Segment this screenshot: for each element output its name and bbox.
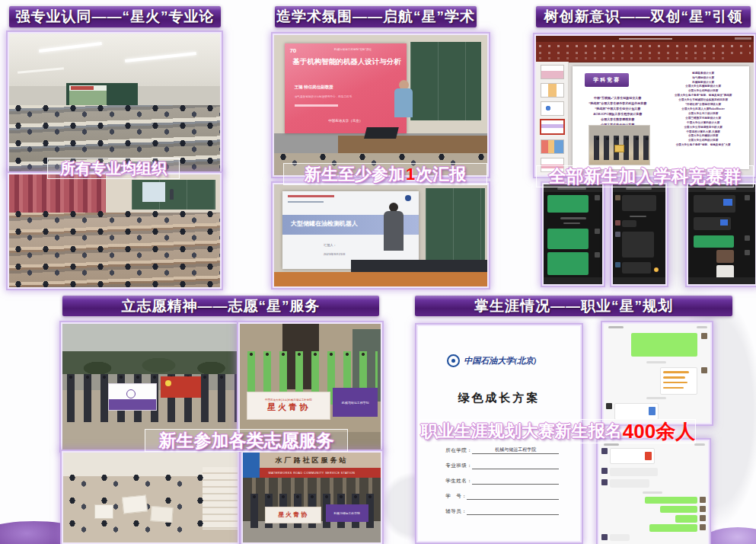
section-header-major-label: 强专业认同——“星火”专业论 [16, 7, 215, 27]
green-message-bubble [660, 506, 697, 513]
avatar [700, 497, 706, 503]
slide-thumbnail-selected [541, 120, 564, 134]
link-card [723, 199, 732, 206]
purple-banner-text: 机械与储运工程学院 [342, 401, 369, 405]
seating-area [9, 213, 220, 287]
file-message-card [614, 403, 659, 420]
center-name-line [288, 201, 324, 203]
caption-overlay-academic: 新生至少参加1次汇报 [283, 163, 487, 185]
speaker-body [384, 211, 404, 251]
ppt-left-list: 中国“互联网+”大学生创新创业大赛“挑战杯”全国大学生课外学术科技作品竞赛“挑战… [578, 95, 657, 127]
station-sign-text: 水厂路社区服务站 [276, 456, 349, 466]
lecture1-dept: 油气装备智能设计与制造研究中心，机电工程系 [295, 95, 352, 98]
purple-banner: 机械与储运工程学院 [326, 504, 368, 521]
gray-message-bubble [622, 262, 652, 273]
competition-item: ACM-ICPC国际大学生程序设计竞赛 [578, 111, 657, 117]
section-header-academic-label: 造学术氛围——启航“星”学术 [276, 7, 475, 27]
caption-text: 所有专业均组织 [60, 158, 167, 179]
lecture-photo-1: 70 机械与储运工程学院“启航”讲坛 基于机构智能的机器人设计与分析 王璐 特任… [273, 34, 489, 177]
slide-screen-pink: 70 机械与储运工程学院“启航”讲坛 基于机构智能的机器人设计与分析 王璐 特任… [285, 43, 407, 133]
doc-title: 绿色成长方案 [418, 391, 580, 405]
group-chat-screenshot-3 [687, 183, 756, 286]
list-row [663, 382, 687, 384]
carton-box [122, 494, 148, 514]
students-crowd-texture [9, 207, 220, 288]
chat-input-bar [544, 277, 602, 284]
group-chat-screenshot-1 [542, 183, 604, 286]
lecture2-date: 2023年9月21日 [324, 252, 346, 256]
file-list-card [660, 367, 698, 395]
ppt-slide-canvas: 学科竞赛 中国“互联网+”大学生创新创业大赛“挑战杯”全国大学生课外学术科技作品… [573, 66, 749, 169]
speaker-body [394, 88, 413, 117]
award-plaque [614, 145, 624, 152]
univ-emblem [405, 195, 411, 201]
avatar [700, 506, 706, 512]
caption-text: 次汇报 [416, 163, 466, 186]
timestamp-pill [643, 491, 662, 494]
avatar [606, 403, 612, 409]
banner-main-text: 星火青协 [267, 402, 310, 413]
slide-thumbnail [541, 83, 564, 98]
caption-overlay-major: 所有专业均组织 [47, 158, 180, 179]
anniversary-logo: 70 [289, 47, 296, 54]
section-header-innovation-label: 树创新意识——双创“星”引领 [544, 7, 743, 27]
competition-item: “挑战杯”中国大学生创业计划大赛 [578, 106, 657, 111]
classroom-photo-1 [8, 32, 222, 173]
avatar [601, 534, 608, 540]
avatar [745, 250, 750, 255]
caption-text: 职业生涯规划大赛新生报名 [421, 420, 622, 443]
gray-message-bubble [622, 220, 636, 227]
group-chat-screenshot-2 [611, 183, 667, 286]
slide-thumbnail [541, 139, 564, 154]
window-controls [697, 326, 707, 328]
slide-thumbnail [541, 65, 564, 79]
ribbon-icons-blur [539, 52, 751, 54]
system-message [563, 222, 580, 225]
window-controls [735, 37, 751, 40]
competition-item: 全国大学生电子商务“创新、创意及创业”大赛 [661, 143, 745, 148]
ppt-filename-blur [619, 38, 672, 40]
list-row [663, 371, 688, 373]
gray-message-bubble [610, 534, 630, 541]
caption-overlay-innovation: 全部新生加入学科竞赛群 [536, 165, 754, 187]
avatar [595, 195, 600, 200]
supply-box-stacks [203, 467, 238, 530]
board-lines [426, 188, 485, 261]
doc-fields: 所在学院：机械与储运工程学院 专业班级： 学生姓名： 学 号： 辅导员： [445, 446, 559, 523]
list-row [663, 376, 685, 379]
avatar [701, 367, 707, 373]
field-value [467, 493, 559, 500]
caption-number: 1 [406, 165, 415, 184]
carton-box [94, 504, 113, 519]
green-message-bubble [547, 229, 589, 250]
carton-box [150, 506, 174, 523]
doc-field-row: 学 号： [445, 493, 559, 500]
section-header-volunteer-label: 立志愿精神——志愿“星”服务 [122, 296, 321, 316]
field-value [472, 462, 559, 469]
avatar [615, 220, 620, 226]
lecture1-presenter: 王璐 特任岗位副教授 [295, 85, 333, 90]
green-message-bubble [675, 515, 697, 522]
contact-line [295, 104, 338, 107]
field-label: 所在学院： [445, 447, 472, 454]
award-group-photo [589, 125, 650, 165]
chat-input-bar [688, 277, 755, 284]
caption-number: 400余人 [623, 418, 695, 445]
field-label: 学生姓名： [445, 478, 472, 485]
caption-text: 全部新生加入学科竞赛群 [549, 165, 742, 188]
av-console [351, 260, 487, 272]
ribbon-tabs-blur [539, 45, 751, 47]
caption-overlay-volunteer: 新生参加各类志愿服务 [145, 429, 348, 452]
avatar [701, 333, 707, 339]
career-chat-screenshot-2 [598, 440, 710, 544]
field-value: 机械与储运工程学院 [472, 446, 559, 454]
flag-emblem [165, 380, 171, 386]
ppt-right-list: 能源装备设计大赛油气储运设计大赛机械创新设计大赛全国大学生机械创新设计大赛全国大… [661, 72, 745, 148]
field-label: 学 号： [445, 493, 467, 500]
link-card [720, 219, 728, 226]
green-message-bubble [694, 235, 734, 248]
avatar [601, 468, 608, 474]
field-label: 辅导员： [445, 508, 467, 515]
lecture2-reporter: 汇报人： [324, 243, 337, 247]
green-message-bubble [649, 524, 697, 531]
